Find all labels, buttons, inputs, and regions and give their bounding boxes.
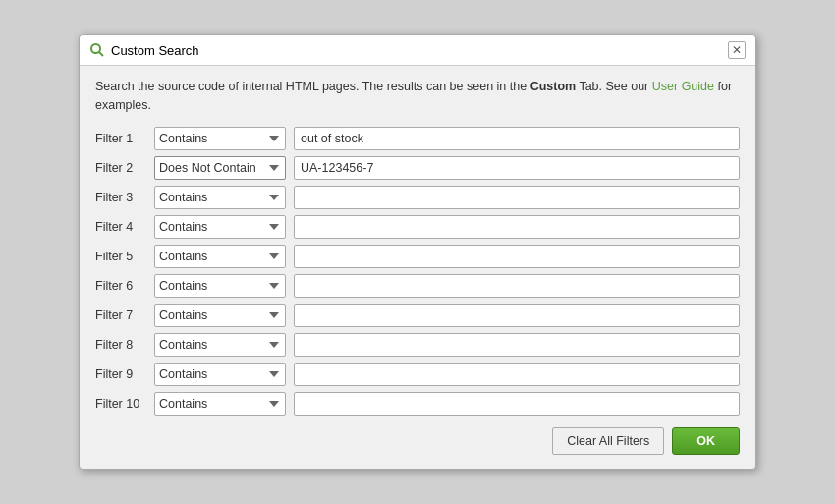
filter-type-select[interactable]: ContainsDoes Not Contain xyxy=(154,333,286,357)
filter-value-input[interactable] xyxy=(294,186,740,209)
filter-row: Filter 1ContainsDoes Not Contain xyxy=(95,127,740,150)
filter-value-input[interactable] xyxy=(294,333,740,357)
desc-bold: Custom xyxy=(530,80,577,93)
dialog-title: Custom Search xyxy=(111,43,199,58)
filter-label: Filter 2 xyxy=(95,161,146,175)
filter-value-input[interactable] xyxy=(294,156,740,180)
filter-value-input[interactable] xyxy=(294,304,740,327)
filter-type-select[interactable]: ContainsDoes Not Contain xyxy=(154,274,286,298)
custom-search-dialog: Custom Search ✕ Search the source code o… xyxy=(79,34,756,470)
filters-container: Filter 1ContainsDoes Not ContainFilter 2… xyxy=(95,127,740,416)
ok-button[interactable]: OK xyxy=(672,427,740,455)
filter-row: Filter 2ContainsDoes Not Contain xyxy=(95,156,740,180)
filter-value-input[interactable] xyxy=(294,274,740,298)
filter-value-input[interactable] xyxy=(294,245,740,268)
close-button[interactable]: ✕ xyxy=(728,41,746,59)
filter-row: Filter 5ContainsDoes Not Contain xyxy=(95,245,740,268)
description: Search the source code of internal HTML … xyxy=(95,78,740,115)
title-bar-left: Custom Search xyxy=(89,42,199,58)
filter-label: Filter 7 xyxy=(95,308,146,322)
filter-label: Filter 6 xyxy=(95,279,146,293)
filter-type-select[interactable]: ContainsDoes Not Contain xyxy=(154,156,286,180)
filter-value-input[interactable] xyxy=(294,215,740,239)
desc-text1: Search the source code of internal HTML … xyxy=(95,80,530,93)
filter-type-select[interactable]: ContainsDoes Not Contain xyxy=(154,186,286,209)
filter-type-select[interactable]: ContainsDoes Not Contain xyxy=(154,245,286,268)
filter-row: Filter 9ContainsDoes Not Contain xyxy=(95,363,740,386)
user-guide-link[interactable]: User Guide xyxy=(652,80,714,93)
filter-label: Filter 3 xyxy=(95,191,146,204)
filter-type-select[interactable]: ContainsDoes Not Contain xyxy=(154,127,286,150)
desc-text2: Tab. See our xyxy=(576,80,652,93)
filter-value-input[interactable] xyxy=(294,363,740,386)
dialog-body: Search the source code of internal HTML … xyxy=(80,66,755,469)
filter-label: Filter 8 xyxy=(95,338,146,352)
filter-label: Filter 5 xyxy=(95,250,146,263)
filter-row: Filter 10ContainsDoes Not Contain xyxy=(95,392,740,416)
filter-row: Filter 4ContainsDoes Not Contain xyxy=(95,215,740,239)
filter-type-select[interactable]: ContainsDoes Not Contain xyxy=(154,363,286,386)
filter-type-select[interactable]: ContainsDoes Not Contain xyxy=(154,304,286,327)
filter-label: Filter 10 xyxy=(95,397,146,411)
filter-label: Filter 4 xyxy=(95,220,146,234)
filter-row: Filter 3ContainsDoes Not Contain xyxy=(95,186,740,209)
clear-all-button[interactable]: Clear All Filters xyxy=(552,427,664,455)
svg-point-0 xyxy=(91,44,100,53)
filter-type-select[interactable]: ContainsDoes Not Contain xyxy=(154,392,286,416)
filter-row: Filter 8ContainsDoes Not Contain xyxy=(95,333,740,357)
filter-type-select[interactable]: ContainsDoes Not Contain xyxy=(154,215,286,239)
filter-label: Filter 9 xyxy=(95,367,146,381)
buttons-row: Clear All Filters OK xyxy=(95,427,740,459)
title-bar: Custom Search ✕ xyxy=(80,35,755,66)
filter-row: Filter 6ContainsDoes Not Contain xyxy=(95,274,740,298)
dialog-icon xyxy=(89,42,105,58)
filter-row: Filter 7ContainsDoes Not Contain xyxy=(95,304,740,327)
svg-line-1 xyxy=(99,52,103,56)
filter-label: Filter 1 xyxy=(95,132,146,145)
filter-value-input[interactable] xyxy=(294,127,740,150)
filter-value-input[interactable] xyxy=(294,392,740,416)
